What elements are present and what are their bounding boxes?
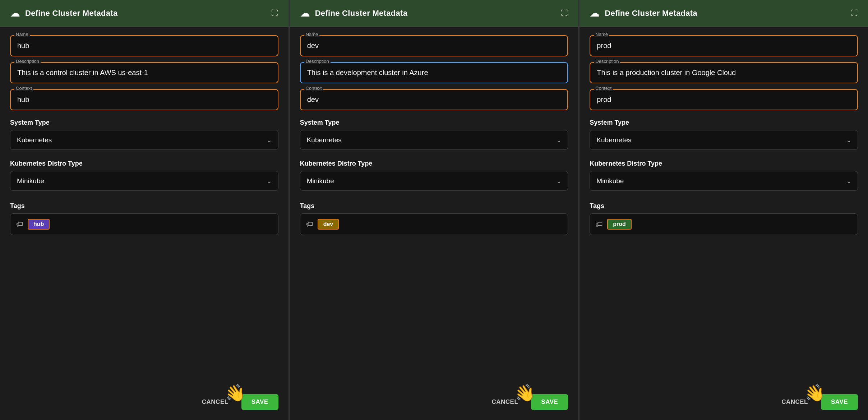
prod-system-type-wrapper: Kubernetes Other ⌄ (590, 130, 858, 150)
dev-system-type-select[interactable]: Kubernetes Other (300, 130, 568, 150)
prod-hand-cursor-icon: 👋 (803, 382, 827, 404)
hub-hand-cursor-icon: 👋 (223, 382, 247, 404)
dev-name-field-group: Name (300, 35, 568, 56)
hub-tags-section: Tags 🏷 hub (10, 199, 278, 235)
cloud-icon-hub: ☁ (10, 7, 20, 19)
dev-name-label: Name (304, 32, 320, 37)
prod-tag-badge[interactable]: prod (607, 219, 632, 230)
panel-dev-title: Define Cluster Metadata (315, 9, 408, 18)
hub-tags-box: 🏷 hub (10, 213, 278, 235)
prod-name-label: Name (594, 32, 609, 37)
panel-prod: ☁ Define Cluster Metadata ⛶ Name Descrip… (580, 0, 868, 420)
dev-distro-type-label: Kubernetes Distro Type (300, 160, 568, 167)
prod-tags-box: 🏷 prod (590, 213, 858, 235)
hub-system-type-wrapper: Kubernetes Other ⌄ (10, 130, 278, 150)
panel-prod-header-left: ☁ Define Cluster Metadata (590, 7, 697, 19)
panel-dev-header-left: ☁ Define Cluster Metadata (300, 7, 408, 19)
panel-hub-title: Define Cluster Metadata (25, 9, 118, 18)
dev-distro-type-wrapper: Minikube K3s EKS GKE AKS ⌄ (300, 171, 568, 191)
prod-name-field-group: Name (590, 35, 858, 56)
panels-container: ☁ Define Cluster Metadata ⛶ Name Descrip… (0, 0, 868, 420)
dev-distro-type-select[interactable]: Minikube K3s EKS GKE AKS (300, 171, 568, 191)
hub-context-input[interactable] (10, 89, 278, 110)
prod-system-type-label: System Type (590, 119, 858, 126)
dev-name-input[interactable] (300, 35, 568, 56)
dev-hand-cursor-icon: 👋 (513, 382, 537, 404)
prod-context-field-group: Context (590, 89, 858, 110)
expand-icon-dev[interactable]: ⛶ (561, 9, 568, 17)
panel-dev: ☁ Define Cluster Metadata ⛶ Name Descrip… (290, 0, 579, 420)
hub-tag-icon: 🏷 (16, 220, 23, 229)
panel-hub: ☁ Define Cluster Metadata ⛶ Name Descrip… (0, 0, 289, 420)
prod-context-label: Context (594, 86, 613, 91)
cloud-icon-prod: ☁ (590, 7, 600, 19)
dev-tags-box: 🏷 dev (300, 213, 568, 235)
expand-icon-prod[interactable]: ⛶ (851, 9, 858, 17)
panel-prod-footer: 👋 CANCEL SAVE (580, 387, 868, 420)
dev-description-field-group: Description (300, 62, 568, 83)
dev-description-input[interactable] (300, 62, 568, 83)
hub-tags-label: Tags (10, 202, 278, 210)
panel-prod-header: ☁ Define Cluster Metadata ⛶ (580, 0, 868, 27)
hub-context-field-group: Context (10, 89, 278, 110)
panel-dev-body: Name Description Context System Type Kub… (290, 27, 578, 387)
prod-description-input[interactable] (590, 62, 858, 83)
hub-description-field-group: Description (10, 62, 278, 83)
prod-tag-icon: 🏷 (596, 220, 603, 229)
dev-tag-icon: 🏷 (306, 220, 313, 229)
hub-name-field-group: Name (10, 35, 278, 56)
hub-system-type-label: System Type (10, 119, 278, 126)
hub-save-button[interactable]: SAVE (241, 394, 278, 410)
dev-system-type-wrapper: Kubernetes Other ⌄ (300, 130, 568, 150)
dev-description-label: Description (304, 59, 331, 64)
panel-prod-title: Define Cluster Metadata (605, 9, 697, 18)
hub-system-type-select[interactable]: Kubernetes Other (10, 130, 278, 150)
dev-context-input[interactable] (300, 89, 568, 110)
dev-tags-label: Tags (300, 202, 568, 210)
hub-tag-badge[interactable]: hub (28, 219, 50, 230)
dev-save-button[interactable]: SAVE (531, 394, 568, 410)
expand-icon-hub[interactable]: ⛶ (271, 9, 278, 17)
hub-distro-type-label: Kubernetes Distro Type (10, 160, 278, 167)
dev-context-label: Context (304, 86, 323, 91)
hub-description-label: Description (14, 59, 41, 64)
panel-hub-body: Name Description Context System Type Kub… (0, 27, 288, 387)
hub-description-input[interactable] (10, 62, 278, 83)
dev-context-field-group: Context (300, 89, 568, 110)
prod-save-button[interactable]: SAVE (821, 394, 858, 410)
prod-description-field-group: Description (590, 62, 858, 83)
prod-description-label: Description (594, 59, 620, 64)
dev-system-type-label: System Type (300, 119, 568, 126)
panel-prod-body: Name Description Context System Type Kub… (580, 27, 868, 387)
hub-distro-type-wrapper: Minikube K3s EKS GKE AKS ⌄ (10, 171, 278, 191)
prod-context-input[interactable] (590, 89, 858, 110)
panel-dev-header: ☁ Define Cluster Metadata ⛶ (290, 0, 578, 27)
prod-distro-type-select[interactable]: Minikube K3s EKS GKE AKS (590, 171, 858, 191)
dev-tag-badge[interactable]: dev (318, 219, 339, 230)
dev-tags-section: Tags 🏷 dev (300, 199, 568, 235)
prod-distro-type-label: Kubernetes Distro Type (590, 160, 858, 167)
hub-distro-type-select[interactable]: Minikube K3s EKS GKE AKS (10, 171, 278, 191)
panel-dev-footer: 👋 CANCEL SAVE (290, 387, 578, 420)
prod-distro-type-wrapper: Minikube K3s EKS GKE AKS ⌄ (590, 171, 858, 191)
panel-hub-header: ☁ Define Cluster Metadata ⛶ (0, 0, 288, 27)
cloud-icon-dev: ☁ (300, 7, 310, 19)
prod-name-input[interactable] (590, 35, 858, 56)
prod-tags-label: Tags (590, 202, 858, 210)
prod-tags-section: Tags 🏷 prod (590, 199, 858, 235)
hub-context-label: Context (14, 86, 33, 91)
panel-hub-header-left: ☁ Define Cluster Metadata (10, 7, 118, 19)
panel-hub-footer: 👋 CANCEL SAVE (0, 387, 288, 420)
hub-name-input[interactable] (10, 35, 278, 56)
hub-name-label: Name (14, 32, 30, 37)
prod-system-type-select[interactable]: Kubernetes Other (590, 130, 858, 150)
